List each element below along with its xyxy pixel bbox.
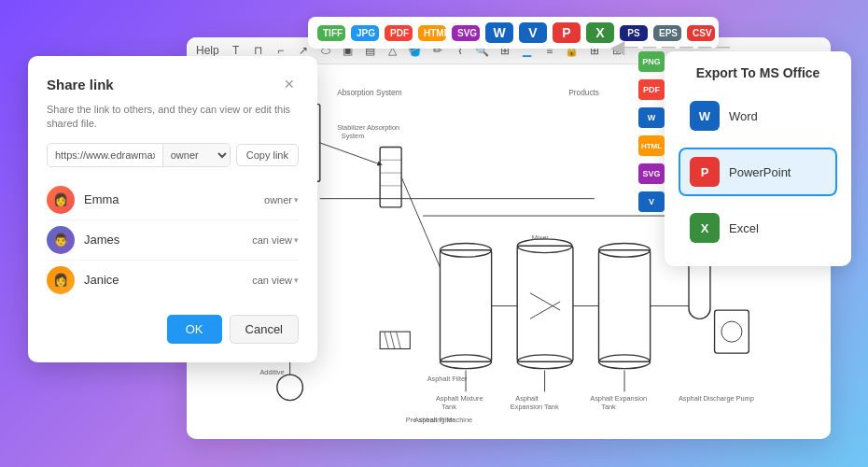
dialog-description: Share the link to others, and they can v… xyxy=(47,103,299,132)
svg-line-20 xyxy=(530,302,560,318)
chevron-icon-janice: ▾ xyxy=(294,276,299,285)
svg-text:Asphalt Expansion: Asphalt Expansion xyxy=(590,394,647,403)
user-role-janice[interactable]: can view ▾ xyxy=(252,275,299,286)
left-png-badge[interactable]: PNG xyxy=(638,51,665,72)
svg-text:Asphalt: Asphalt xyxy=(515,394,538,403)
ppt-icon: P xyxy=(690,157,720,187)
user-row-janice: 👩 Janice can view ▾ xyxy=(47,261,299,300)
avatar-emoji-janice: 👩 xyxy=(53,273,68,287)
chevron-icon-emma: ▾ xyxy=(294,195,299,205)
svg-line-44 xyxy=(385,332,389,348)
copy-link-button[interactable]: Copy link xyxy=(236,144,299,166)
avatar-emoji-emma: 👩 xyxy=(53,192,68,206)
ppt-label: PowerPoint xyxy=(729,165,791,179)
svg-text:Asphalt Filter: Asphalt Filter xyxy=(427,375,468,383)
dialog-header: Share link ✕ xyxy=(47,75,299,93)
svg-line-45 xyxy=(390,332,395,348)
format-html[interactable]: HTML xyxy=(418,25,446,41)
svg-line-46 xyxy=(397,332,401,348)
export-excel-item[interactable]: X Excel xyxy=(679,204,837,252)
export-left-icons: PNG PDF W HTML SVG V xyxy=(638,51,665,212)
svg-line-37 xyxy=(401,177,440,268)
avatar-emoji-james: 👨 xyxy=(53,233,68,247)
word-label: Word xyxy=(729,109,758,123)
user-row-james: 👨 James can view ▾ xyxy=(47,220,299,261)
svg-point-48 xyxy=(721,321,742,342)
left-pdf-badge[interactable]: PDF xyxy=(638,79,665,100)
svg-text:Expansion Tank: Expansion Tank xyxy=(511,403,559,411)
link-input[interactable] xyxy=(48,145,162,165)
left-svg-badge[interactable]: SVG xyxy=(638,163,665,184)
avatar-emma: 👩 xyxy=(47,186,75,214)
share-dialog: Share link ✕ Share the link to others, a… xyxy=(28,56,317,362)
cancel-button[interactable]: Cancel xyxy=(230,315,299,344)
svg-rect-16 xyxy=(517,246,573,361)
help-label: Help xyxy=(196,44,219,57)
user-role-james[interactable]: can view ▾ xyxy=(252,234,299,246)
left-html-badge[interactable]: HTML xyxy=(638,135,665,156)
svg-text:Additive: Additive xyxy=(259,368,284,376)
close-button[interactable]: ✕ xyxy=(280,75,299,93)
svg-text:Mixer: Mixer xyxy=(532,234,550,242)
excel-icon: X xyxy=(690,213,720,243)
svg-text:Asphalt Filter: Asphalt Filter xyxy=(414,416,455,424)
svg-text:Asphalt Discharge Pump: Asphalt Discharge Pump xyxy=(679,394,754,403)
format-visio[interactable]: V xyxy=(519,22,547,43)
svg-point-41 xyxy=(277,375,303,401)
format-jpg[interactable]: JPG xyxy=(351,25,379,41)
svg-text:Tank: Tank xyxy=(601,403,616,411)
format-svg[interactable]: SVG xyxy=(452,25,480,41)
export-powerpoint-item[interactable]: P PowerPoint xyxy=(679,148,837,196)
svg-rect-13 xyxy=(440,250,491,361)
dialog-actions: OK Cancel xyxy=(47,315,299,344)
word-icon: W xyxy=(690,101,720,131)
svg-text:Stabilizer Absorption: Stabilizer Absorption xyxy=(337,123,399,132)
export-items-list: W Word P PowerPoint X Excel xyxy=(679,92,837,252)
user-list: 👩 Emma owner ▾ 👨 James can view ▾ 👩 Ja xyxy=(47,180,299,300)
svg-line-36 xyxy=(320,143,380,164)
svg-text:Products: Products xyxy=(568,89,599,97)
user-role-emma[interactable]: owner ▾ xyxy=(264,194,299,205)
svg-text:Absorption System: Absorption System xyxy=(337,89,401,97)
svg-rect-43 xyxy=(380,332,410,348)
export-panel-title: Export To MS Office xyxy=(679,65,837,80)
svg-rect-22 xyxy=(599,250,651,361)
avatar-james: 👨 xyxy=(47,226,75,254)
dialog-title: Share link xyxy=(47,77,114,92)
export-panel: Export To MS Office W Word P PowerPoint … xyxy=(665,51,851,266)
link-row: owner can edit can view Copy link xyxy=(47,143,299,167)
svg-text:Asphalt Mixture: Asphalt Mixture xyxy=(436,394,483,403)
role-text-emma: owner xyxy=(264,194,292,205)
svg-text:Tank: Tank xyxy=(441,403,456,411)
role-text-janice: can view xyxy=(252,275,292,286)
svg-rect-47 xyxy=(715,310,749,353)
format-tiff[interactable]: TIFF xyxy=(317,25,345,41)
user-name-janice: Janice xyxy=(84,273,252,287)
left-visio-badge[interactable]: V xyxy=(638,191,665,212)
user-row-emma: 👩 Emma owner ▾ xyxy=(47,180,299,220)
format-ppt[interactable]: P xyxy=(553,22,581,43)
role-text-james: can view xyxy=(252,234,292,246)
svg-line-19 xyxy=(530,293,560,310)
format-pdf[interactable]: PDF xyxy=(385,25,413,41)
chevron-icon-james: ▾ xyxy=(294,235,299,245)
link-input-wrapper: owner can edit can view xyxy=(47,143,231,167)
export-word-item[interactable]: W Word xyxy=(679,92,837,140)
format-word[interactable]: W xyxy=(485,22,513,43)
user-name-james: James xyxy=(84,233,252,247)
user-name-emma: Emma xyxy=(84,192,264,206)
ok-button[interactable]: OK xyxy=(167,315,222,344)
permission-select[interactable]: owner can edit can view xyxy=(162,144,230,166)
avatar-janice: 👩 xyxy=(47,266,75,294)
excel-label: Excel xyxy=(729,221,759,235)
svg-text:System: System xyxy=(342,132,364,140)
left-word-badge[interactable]: W xyxy=(638,107,665,128)
